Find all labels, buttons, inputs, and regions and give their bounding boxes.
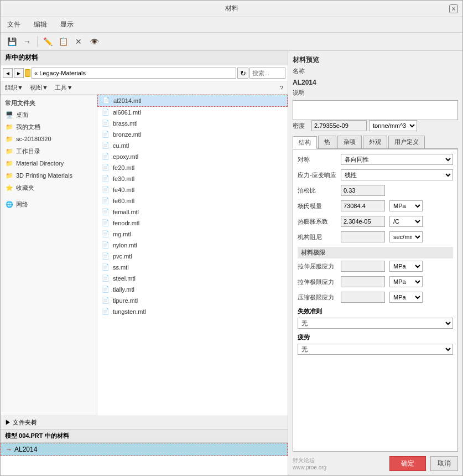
network-icon: 🌐 bbox=[5, 200, 14, 209]
thermal-unit-select[interactable]: /C bbox=[389, 216, 423, 227]
file-item-6[interactable]: 📄 fe20.mtl bbox=[97, 162, 288, 173]
failure-select[interactable]: 无 bbox=[298, 318, 453, 329]
tensile-yield-input[interactable] bbox=[341, 261, 385, 272]
documents-icon: 📁 bbox=[5, 122, 14, 131]
file-item-4[interactable]: 📄 cu.mtl bbox=[97, 140, 288, 151]
tensile-ultimate-label: 拉伸极限应力 bbox=[298, 278, 336, 286]
file-item-3[interactable]: 📄 bronze.mtl bbox=[97, 129, 288, 140]
compress-unit[interactable]: MPa bbox=[389, 292, 423, 303]
file-item-10[interactable]: 📄 femall.mtl bbox=[97, 206, 288, 218]
folder-tree-section[interactable]: ▶ 文件夹树 bbox=[1, 416, 288, 429]
compress-label: 压缩极限应力 bbox=[298, 293, 336, 302]
file-item-11[interactable]: 📄 fenodr.mtl bbox=[97, 218, 288, 229]
poisson-input[interactable] bbox=[341, 185, 385, 196]
stress-strain-select[interactable]: 线性 bbox=[341, 169, 453, 180]
tab-user-defined[interactable]: 用户定义 bbox=[388, 136, 425, 148]
tensile-ultimate-unit[interactable]: MPa bbox=[389, 276, 423, 287]
file-icon-7: 📄 bbox=[102, 175, 110, 183]
tensile-ultimate-input[interactable] bbox=[341, 276, 385, 287]
files-list: 📄 al2014.mtl 📄 al6061.mtl 📄 brass.mtl 📄 … bbox=[97, 95, 288, 416]
back-button[interactable]: ◄ bbox=[3, 68, 13, 78]
view-mode-button[interactable]: 视图▼ bbox=[28, 83, 50, 92]
youngs-input[interactable] bbox=[341, 200, 385, 211]
ok-button[interactable]: 确定 bbox=[389, 456, 426, 471]
file-icon-3: 📄 bbox=[102, 131, 110, 138]
main-content: 库中的材料 ◄ ► ↻ 组织▼ 视图▼ 工具▼ ? bbox=[1, 51, 462, 475]
file-item-8[interactable]: 📄 fe40.mtl bbox=[97, 184, 288, 195]
damping-input[interactable] bbox=[341, 231, 385, 242]
file-item-12[interactable]: 📄 mg.mtl bbox=[97, 229, 288, 240]
file-item-16[interactable]: 📄 steel.mtl bbox=[97, 273, 288, 284]
favorites-desktop[interactable]: 🖥️ 桌面 bbox=[1, 108, 97, 121]
file-item-5[interactable]: 📄 epoxy.mtl bbox=[97, 151, 288, 162]
edit-button[interactable]: ✏️ bbox=[41, 35, 54, 48]
save-button[interactable]: 💾 bbox=[5, 35, 18, 48]
thermal-input[interactable] bbox=[341, 216, 385, 227]
delete-button[interactable]: ✕ bbox=[72, 35, 85, 48]
damping-row: 机构阻尼 sec/mm bbox=[298, 231, 453, 242]
favorites-workdir[interactable]: 📁 工作目录 bbox=[1, 145, 97, 157]
file-item-9[interactable]: 📄 fe60.mtl bbox=[97, 195, 288, 206]
title-bar: 材料 × bbox=[1, 1, 462, 17]
help-button[interactable]: ? bbox=[278, 84, 285, 92]
fatigue-select[interactable]: 无 bbox=[298, 344, 453, 355]
density-input[interactable] bbox=[311, 120, 367, 131]
name-row: 名称 bbox=[293, 67, 458, 75]
file-item-14[interactable]: 📄 pvc.mtl bbox=[97, 251, 288, 262]
density-unit-select[interactable]: tonne/mm^3 bbox=[369, 120, 417, 131]
favorites-bookmarks[interactable]: ⭐ 收藏夹 bbox=[1, 182, 97, 194]
file-item-17[interactable]: 📄 tially.mtl bbox=[97, 284, 288, 295]
search-input[interactable] bbox=[249, 68, 285, 79]
file-item-7[interactable]: 📄 fe30.mtl bbox=[97, 173, 288, 184]
file-item-0[interactable]: 📄 al2014.mtl bbox=[97, 95, 288, 107]
close-button[interactable]: × bbox=[449, 4, 458, 13]
view-button[interactable]: 👁️ bbox=[87, 35, 101, 48]
forward-button[interactable]: → bbox=[20, 35, 34, 48]
left-section: 库中的材料 ◄ ► ↻ 组织▼ 视图▼ 工具▼ ? bbox=[1, 51, 288, 475]
view-toolbar: 组织▼ 视图▼ 工具▼ ? bbox=[1, 81, 288, 95]
file-item-13[interactable]: 📄 nylon.mtl bbox=[97, 240, 288, 251]
bottom-buttons: 野火论坛 www.proe.org 确定 取消 bbox=[293, 452, 458, 471]
favorites-sc[interactable]: 📁 sc-20180320 bbox=[1, 133, 97, 145]
favorites-documents[interactable]: 📁 我的文档 bbox=[1, 121, 97, 133]
organize-button[interactable]: 组织▼ bbox=[3, 83, 25, 92]
bookmarks-icon: ⭐ bbox=[5, 183, 14, 192]
tab-thermal[interactable]: 热 bbox=[318, 136, 336, 148]
favorites-material-directory[interactable]: 📁 Material Directory bbox=[1, 157, 97, 169]
file-icon-10: 📄 bbox=[102, 208, 110, 216]
copy-button[interactable]: 📋 bbox=[56, 35, 70, 48]
menu-display[interactable]: 显示 bbox=[58, 19, 76, 30]
file-item-19[interactable]: 📄 tungsten.mtl bbox=[97, 306, 288, 317]
description-textarea[interactable] bbox=[293, 100, 458, 120]
menu-file[interactable]: 文件 bbox=[5, 19, 23, 30]
file-item-18[interactable]: 📄 tipure.mtl bbox=[97, 295, 288, 306]
youngs-unit-select[interactable]: MPa bbox=[389, 200, 423, 211]
favorites-3d-printing[interactable]: 📁 3D Printing Materials bbox=[1, 169, 97, 182]
tab-appearance[interactable]: 外观 bbox=[363, 136, 387, 148]
tools-button[interactable]: 工具▼ bbox=[53, 83, 75, 92]
right-panel: 材料预览 名称 AL2014 说明 密度 tonne/mm^3 bbox=[288, 51, 462, 475]
folder-tree-label: ▶ 文件夹树 bbox=[5, 418, 37, 427]
compress-input[interactable] bbox=[341, 292, 385, 303]
material-arrow: → bbox=[6, 446, 12, 453]
tensile-yield-unit[interactable]: MPa bbox=[389, 261, 423, 272]
refresh-button[interactable]: ↻ bbox=[237, 68, 248, 79]
tab-structure[interactable]: 结构 bbox=[293, 136, 317, 149]
symmetry-select[interactable]: 各向同性 bbox=[341, 154, 453, 165]
path-input[interactable] bbox=[32, 68, 236, 79]
tab-misc[interactable]: 杂项 bbox=[337, 136, 362, 148]
failure-label: 失效准则 bbox=[298, 307, 453, 315]
cancel-button[interactable]: 取消 bbox=[430, 456, 458, 471]
file-item-15[interactable]: 📄 ss.mtl bbox=[97, 262, 288, 273]
file-item-2[interactable]: 📄 brass.mtl bbox=[97, 118, 288, 129]
next-button[interactable]: ► bbox=[14, 68, 24, 78]
menu-edit[interactable]: 编辑 bbox=[32, 19, 49, 30]
file-item-1[interactable]: 📄 al6061.mtl bbox=[97, 107, 288, 118]
damping-unit-select[interactable]: sec/mm bbox=[389, 231, 423, 242]
poisson-label: 泊松比 bbox=[298, 187, 336, 195]
file-icon-5: 📄 bbox=[102, 153, 110, 161]
network-item[interactable]: 🌐 网络 bbox=[1, 198, 97, 210]
material-item-0[interactable]: → AL2014 bbox=[1, 443, 288, 456]
3d-printing-icon: 📁 bbox=[5, 171, 14, 180]
symmetry-row: 对称 各向同性 bbox=[298, 154, 453, 165]
